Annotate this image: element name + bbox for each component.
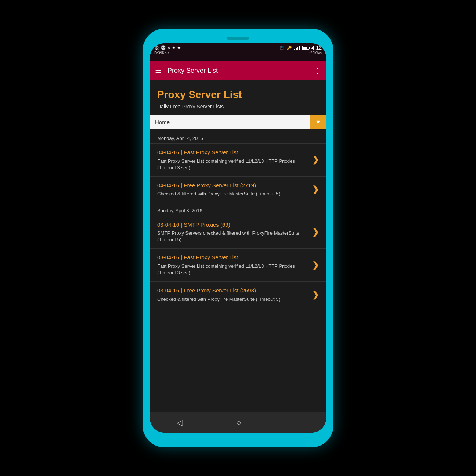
list-item[interactable]: 03-04-16 | Free Proxy Server List (2698)… [150, 281, 326, 308]
date-header: Monday, April 4, 2016 [150, 130, 326, 143]
list-item[interactable]: 04-04-16 | Free Proxy Server List (2719)… [150, 176, 326, 203]
dropdown-select[interactable]: Home [150, 115, 310, 129]
app-bar: ☰ Proxy Server List ⋮ [150, 61, 326, 80]
list-item-content: 03-04-16 | SMTP Proxies (69)SMTP Proxy S… [157, 221, 309, 244]
phone-frame: 🖼 💀 ⨉ ♣ ★ 📳 🔑 [143, 29, 333, 447]
content-area: Proxy Server List Daily Free Proxy Serve… [150, 80, 326, 412]
list-item-title: 03-04-16 | Free Proxy Server List (2698) [157, 287, 309, 294]
list-item-description: Fast Proxy Server List containing verifi… [157, 263, 309, 276]
content-header: Proxy Server List Daily Free Proxy Serve… [150, 80, 326, 115]
list-item-description: Checked & filtered with ProxyFire Master… [157, 191, 309, 197]
status-bar-speeds: D:39Kb/s U:20Kb/s [154, 51, 322, 55]
home-button[interactable]: ○ [229, 415, 248, 430]
list-item[interactable]: 04-04-16 | Fast Proxy Server ListFast Pr… [150, 143, 326, 176]
status-time: 4:12 [311, 45, 322, 51]
list-item[interactable]: 03-04-16 | Fast Proxy Server ListFast Pr… [150, 248, 326, 281]
download-speed: D:39Kb/s [154, 51, 169, 55]
speaker [227, 37, 249, 40]
page-subtitle: Daily Free Proxy Server Lists [157, 104, 319, 109]
app-bar-title: Proxy Server List [167, 67, 308, 75]
list-item-content: 04-04-16 | Fast Proxy Server ListFast Pr… [157, 149, 309, 171]
list-item-title: 03-04-16 | SMTP Proxies (69) [157, 221, 309, 228]
list-item-content: 03-04-16 | Fast Proxy Server ListFast Pr… [157, 254, 309, 276]
dropdown-row: Home ▼ [150, 115, 326, 129]
list-item-title: 03-04-16 | Fast Proxy Server List [157, 254, 309, 261]
hamburger-icon[interactable]: ☰ [155, 66, 162, 75]
status-icons-right: 📳 🔑 4:12 [280, 45, 322, 51]
phone-screen: 🖼 💀 ⨉ ♣ ★ 📳 🔑 [150, 43, 326, 433]
bottom-nav: ◁ ○ □ [150, 412, 326, 433]
signal-icon [294, 45, 300, 50]
battery-icon [302, 46, 309, 50]
list-item-arrow-icon[interactable]: ❯ [312, 260, 319, 270]
page-title: Proxy Server List [157, 89, 319, 101]
list-section: Monday, April 4, 201604-04-16 | Fast Pro… [150, 130, 326, 308]
list-item-description: SMTP Proxy Servers checked & filtered wi… [157, 230, 309, 243]
list-item-description: Checked & filtered with ProxyFire Master… [157, 296, 309, 303]
recent-button[interactable]: □ [287, 415, 307, 430]
list-item-arrow-icon[interactable]: ❯ [312, 227, 319, 237]
date-header: Sunday, April 3, 2016 [150, 203, 326, 216]
list-item-content: 04-04-16 | Free Proxy Server List (2719)… [157, 182, 309, 198]
status-bar: 🖼 💀 ⨉ ♣ ★ 📳 🔑 [150, 43, 326, 61]
list-item-arrow-icon[interactable]: ❯ [312, 185, 319, 194]
list-item-arrow-icon[interactable]: ❯ [312, 155, 319, 165]
list-item-arrow-icon[interactable]: ❯ [312, 290, 319, 300]
status-icons-left: 🖼 💀 ⨉ ♣ ★ [154, 45, 181, 50]
back-button[interactable]: ◁ [169, 415, 190, 430]
more-options-icon[interactable]: ⋮ [314, 66, 321, 75]
list-item-title: 04-04-16 | Free Proxy Server List (2719) [157, 182, 309, 189]
upload-speed: U:20Kb/s [307, 51, 322, 55]
list-item-content: 03-04-16 | Free Proxy Server List (2698)… [157, 287, 309, 303]
list-item-title: 04-04-16 | Fast Proxy Server List [157, 149, 309, 156]
dropdown-arrow-icon[interactable]: ▼ [310, 115, 326, 129]
list-item-description: Fast Proxy Server List containing verifi… [157, 158, 309, 171]
list-item[interactable]: 03-04-16 | SMTP Proxies (69)SMTP Proxy S… [150, 216, 326, 249]
